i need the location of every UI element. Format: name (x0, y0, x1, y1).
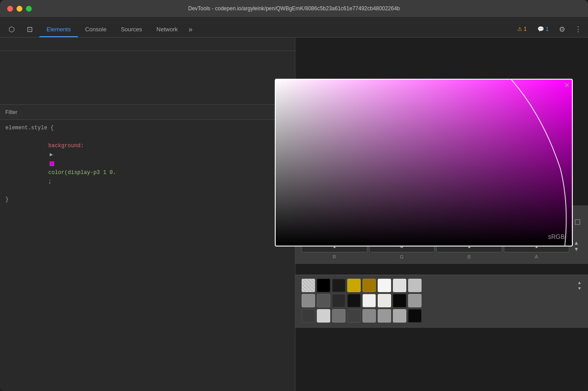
b-label: B (468, 254, 471, 259)
element-display (0, 51, 295, 105)
spinner-up[interactable]: ▲ (574, 240, 579, 246)
swatch-item[interactable] (347, 279, 361, 292)
swatch-item[interactable] (378, 294, 391, 307)
swatches-row-3 (302, 309, 582, 323)
color-swatch[interactable] (50, 162, 54, 166)
close-button[interactable] (7, 6, 13, 12)
swatch-item[interactable] (317, 294, 330, 307)
traffic-lights (7, 6, 32, 12)
swatch-item[interactable] (317, 309, 330, 323)
close-icon: ✕ (564, 81, 570, 89)
gradient-canvas[interactable] (276, 80, 572, 246)
swatches-row-1: ▲ ▼ (302, 279, 582, 292)
vertical-dots-icon: ⋮ (575, 25, 582, 34)
cursor-tool-button[interactable]: ⬡ (4, 21, 20, 37)
swatch-item[interactable] (378, 279, 391, 292)
cursor-icon: ⬡ (9, 25, 15, 34)
devtools-window: DevTools - codepen.io/argyleink/pen/QWBg… (0, 0, 588, 391)
swatch-item[interactable] (393, 294, 406, 307)
main-content: Filter element.style { background: ▶ col… (0, 38, 588, 391)
color-picker-popup[interactable]: sRGB (275, 79, 573, 246)
swatch-item[interactable] (362, 279, 376, 292)
swatch-item[interactable] (332, 279, 345, 292)
titlebar: DevTools - codepen.io/argyleink/pen/QWBg… (0, 0, 588, 17)
swatch-item[interactable] (393, 279, 406, 292)
css-close-brace: } (5, 195, 290, 204)
swatch-item[interactable] (302, 309, 315, 323)
swatches-down[interactable]: ▼ (577, 286, 582, 291)
swatch-item[interactable] (347, 294, 361, 307)
tab-network[interactable]: Network (149, 22, 185, 37)
swatch-item[interactable] (408, 294, 422, 307)
css-semicolon: ; (48, 178, 51, 185)
settings-button[interactable]: ⚙ (556, 23, 568, 35)
maximize-button[interactable] (26, 6, 32, 12)
tabbar: ⬡ ⊡ Elements Console Sources Network » ⚠… (0, 17, 588, 38)
css-selector-line: element.style { (5, 123, 290, 132)
swatch-item[interactable] (378, 309, 391, 323)
swatch-item[interactable] (408, 279, 422, 292)
inspect-icon: ⊡ (27, 25, 33, 34)
tab-console[interactable]: Console (78, 22, 114, 37)
swatches-spinner: ▲ ▼ (577, 280, 582, 291)
filter-label: Filter (5, 109, 17, 115)
srgb-label: sRGB (548, 233, 565, 240)
left-panel: Filter element.style { background: ▶ col… (0, 38, 295, 391)
swatches-row-2 (302, 294, 582, 307)
inspect-tool-button[interactable]: ⊡ (21, 21, 38, 37)
a-label: A (535, 254, 538, 259)
tabbar-right: ⚠ 1 💬 1 ⚙ ⋮ (514, 23, 584, 37)
swatch-item[interactable] (332, 294, 345, 307)
swatch-item[interactable] (332, 309, 345, 323)
tab-overflow-button[interactable]: » (185, 22, 196, 37)
tab-elements[interactable]: Elements (39, 22, 78, 37)
styles-content: element.style { background: ▶ color(disp… (0, 120, 295, 391)
minimize-button[interactable] (17, 6, 22, 12)
more-button[interactable]: ⋮ (572, 23, 584, 35)
breadcrumb-bar (0, 38, 295, 51)
filter-bar: Filter (0, 105, 295, 120)
window-title: DevTools - codepen.io/argyleink/pen/QWBg… (188, 5, 400, 12)
warnings-badge[interactable]: ⚠ 1 (514, 24, 530, 34)
tab-sources[interactable]: Sources (114, 22, 149, 37)
expand-triangle[interactable]: ▶ (50, 150, 53, 159)
css-color-value: color(display-p3 1 0. (48, 170, 116, 176)
gear-icon: ⚙ (559, 25, 565, 34)
swatch-item[interactable] (408, 309, 422, 323)
swatches-up[interactable]: ▲ (577, 280, 582, 285)
swatch-item[interactable] (362, 309, 376, 323)
messages-badge[interactable]: 💬 1 (534, 24, 552, 34)
swatch-item[interactable] (317, 279, 330, 292)
g-label: G (400, 254, 404, 259)
popup-close-button[interactable]: ✕ (562, 81, 571, 89)
swatch-item[interactable] (362, 294, 376, 307)
css-property: background: (48, 143, 84, 149)
swatch-item[interactable] (393, 309, 406, 323)
swatch-item[interactable] (347, 309, 361, 323)
swatch-item[interactable] (302, 294, 315, 307)
r-label: R (332, 254, 336, 259)
swatch-checker[interactable] (302, 279, 315, 292)
spinner-down[interactable]: ▼ (574, 246, 579, 252)
css-property-line: background: ▶ color(display-p3 1 0. ; (16, 132, 290, 195)
